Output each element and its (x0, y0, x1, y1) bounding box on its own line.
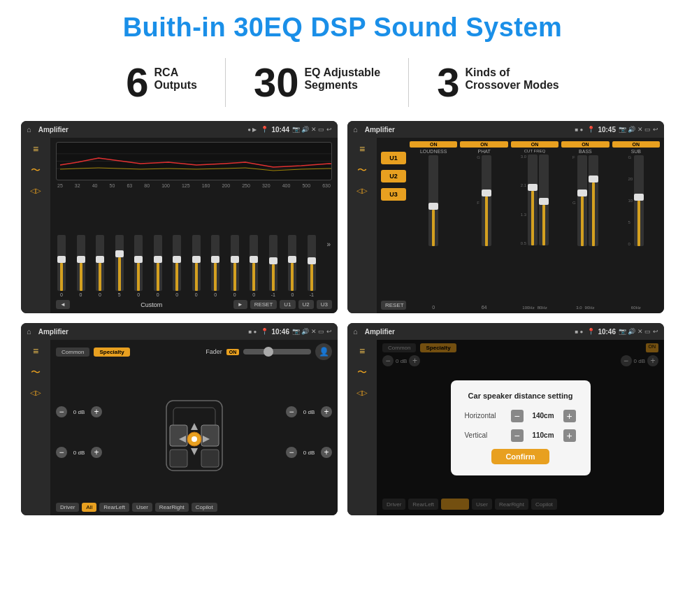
eq-track-12[interactable] (269, 235, 277, 291)
spk-rr-plus[interactable]: + (321, 447, 332, 458)
screen3-wave-icon[interactable]: 〜 (31, 366, 41, 379)
eq-track-13[interactable] (288, 235, 296, 291)
freq-500: 500 (302, 183, 310, 188)
xover-loudness-track[interactable] (428, 155, 438, 246)
spk-rl-plus[interactable]: + (91, 447, 102, 458)
screen3-eq-icon[interactable]: ≡ (33, 345, 38, 357)
screen2-wave-icon[interactable]: 〜 (357, 164, 367, 177)
spk-user-btn[interactable]: User (132, 503, 152, 512)
xover-phat-track[interactable] (482, 155, 491, 246)
eq-track-1[interactable] (57, 235, 66, 291)
screen2-location-icon: 📍 (587, 126, 595, 133)
screen2-home-icon[interactable]: ⌂ (353, 125, 358, 134)
xover-sub-sliders: G201050 (628, 155, 644, 306)
spk-rearright-btn[interactable]: RearRight (155, 503, 189, 512)
freq-320: 320 (262, 183, 271, 188)
speaker-icon[interactable]: ◁▷ (30, 187, 41, 194)
eq-prev-btn[interactable]: ◄ (56, 300, 70, 309)
screen-speaker: ⌂ Amplifier ■ ● 📍 10:46 📷 🔊 ✕ ▭ ↩ ≡ 〜 ◁▷ (21, 323, 338, 515)
feature-line1-crossover: Kinds of (465, 66, 558, 79)
svg-rect-7 (170, 450, 187, 467)
screen4-speaker-icon[interactable]: ◁▷ (356, 389, 368, 396)
eq-track-11[interactable] (250, 235, 258, 291)
eq-slider-4: 5 (115, 235, 124, 297)
xover-preset-u1[interactable]: U1 (381, 152, 406, 164)
xover-cutfreq-track2[interactable] (539, 155, 549, 245)
eq-track-8[interactable] (192, 235, 201, 291)
spk-fr-plus[interactable]: + (321, 406, 332, 417)
xover-cutfreq-vals: 100Hz80Hz (522, 306, 547, 310)
screen4-icons-row: 📷 🔊 ✕ ▭ ↩ (619, 328, 658, 335)
feature-number-rca: 6 (126, 62, 148, 103)
dist-horizontal-minus[interactable]: − (511, 410, 524, 422)
xover-ch-cutfreq: ON CUT FREQ 3.02.11.30.5 (511, 141, 558, 310)
screen3-home-icon[interactable]: ⌂ (27, 327, 31, 336)
eq-val-3: 0 (99, 292, 101, 297)
xover-loudness-val: 0 (432, 305, 435, 310)
screen4-eq-icon[interactable]: ≡ (359, 345, 365, 357)
spk-fader-thumb[interactable] (264, 347, 273, 357)
eq-preset-label: Custom (73, 301, 231, 308)
spk-tab-specialty[interactable]: Specialty (94, 348, 129, 357)
screen4-home-icon[interactable]: ⌂ (353, 327, 358, 336)
features-row: 6 RCA Outputs 30 EQ Adjustable Segments … (21, 58, 664, 107)
eq-u3-btn[interactable]: U3 (317, 300, 332, 309)
dist-vertical-plus[interactable]: + (563, 429, 576, 442)
eq-next-btn[interactable]: ► (233, 300, 247, 309)
eq-track-9[interactable] (211, 235, 219, 291)
spk-rearleft-btn[interactable]: RearLeft (99, 503, 129, 512)
xover-ch-loudness: ON LOUDNESS 0 (410, 141, 457, 310)
screen4-wave-icon[interactable]: 〜 (357, 366, 367, 379)
spk-fl-plus[interactable]: + (91, 406, 102, 417)
dist-confirm-button[interactable]: Confirm (491, 449, 549, 464)
spk-rl-minus[interactable]: − (56, 447, 67, 458)
screen1-home-icon[interactable]: ⌂ (27, 125, 31, 134)
spk-tab-common[interactable]: Common (56, 348, 89, 357)
feature-text-crossover: Kinds of Crossover Modes (465, 62, 558, 92)
expand-icon[interactable]: » (326, 241, 331, 248)
wave-icon[interactable]: 〜 (31, 164, 41, 177)
eq-track-4[interactable] (115, 235, 124, 291)
screen-crossover: ⌂ Amplifier ■ ● 📍 10:45 📷 🔊 ✕ ▭ ↩ ≡ 〜 ◁▷ (347, 121, 664, 313)
xover-bass-track2[interactable] (589, 155, 598, 246)
freq-80: 80 (144, 183, 150, 188)
spk-fr-vol: − 0 dB + (286, 406, 332, 417)
spk-fr-minus[interactable]: − (286, 406, 297, 417)
xover-preset-u3[interactable]: U3 (381, 188, 406, 201)
eq-track-6[interactable] (154, 235, 162, 291)
freq-160: 160 (202, 183, 210, 188)
xover-sub-track[interactable] (634, 155, 644, 246)
eq-reset-btn[interactable]: RESET (250, 300, 277, 309)
spk-rr-minus[interactable]: − (286, 447, 297, 458)
xover-ch-label-bass: BASS (579, 149, 592, 154)
eq-track-14[interactable] (308, 235, 316, 291)
spk-driver-btn[interactable]: Driver (56, 503, 79, 512)
screen3-location-icon: 📍 (261, 328, 268, 335)
dist-horizontal-plus[interactable]: + (563, 410, 576, 422)
spk-fl-minus[interactable]: − (56, 406, 67, 417)
xover-preset-u2[interactable]: U2 (381, 170, 406, 182)
xover-reset-btn[interactable]: RESET (381, 301, 406, 310)
screen1-sidebar: ≡ 〜 ◁▷ (21, 138, 50, 313)
dist-vertical-minus[interactable]: − (511, 429, 524, 442)
screen4-bg: Common Specialty ON − 0 dB + − 0 dB (377, 340, 664, 515)
eq-icon[interactable]: ≡ (33, 143, 38, 155)
xover-ch-header-bass: ON (561, 141, 609, 148)
xover-bass-track1[interactable] (577, 155, 587, 246)
eq-track-10[interactable] (231, 235, 239, 291)
xover-cutfreq-track1[interactable] (528, 155, 538, 245)
eq-track-3[interactable] (96, 235, 104, 291)
eq-u2-btn[interactable]: U2 (298, 300, 314, 309)
eq-track-7[interactable] (173, 235, 181, 291)
eq-track-2[interactable] (77, 235, 85, 291)
screen2-speaker-icon[interactable]: ◁▷ (356, 187, 368, 194)
spk-right-gap (286, 422, 332, 443)
screen2-eq-icon[interactable]: ≡ (359, 143, 365, 155)
spk-all-btn[interactable]: All (82, 503, 96, 512)
eq-track-5[interactable] (134, 235, 143, 291)
eq-u1-btn[interactable]: U1 (280, 300, 295, 309)
spk-fader-track[interactable] (243, 349, 311, 354)
feature-crossover: 3 Kinds of Crossover Modes (409, 62, 587, 103)
spk-copilot-btn[interactable]: Copilot (192, 503, 217, 512)
screen3-speaker-icon[interactable]: ◁▷ (30, 389, 41, 396)
